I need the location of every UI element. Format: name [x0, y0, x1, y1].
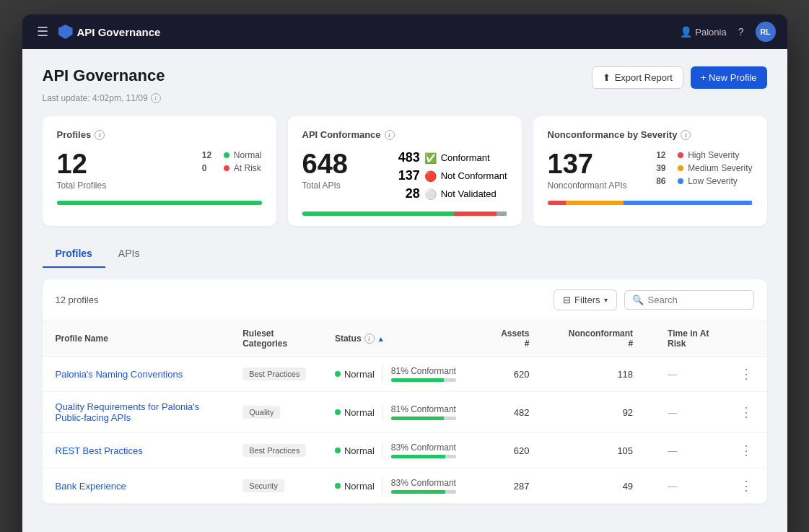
- col-nonconformant: Nonconformant #: [551, 321, 655, 357]
- header-actions: ⬆ Export Report + New Profile: [592, 66, 767, 89]
- atrisk-dot: [224, 165, 229, 171]
- low-severity-dot: [678, 178, 683, 184]
- severity-stats: 12 High Severity 39 Medium Severity 86: [656, 150, 752, 186]
- cell-time-at-risk: —: [655, 357, 727, 392]
- table-row: Palonia's Naming Conventions Best Practi…: [43, 357, 767, 392]
- tab-apis[interactable]: APIs: [105, 240, 153, 268]
- cell-time-at-risk: —: [655, 433, 727, 468]
- not-validated-count: 28: [393, 186, 420, 201]
- low-severity-label: Low Severity: [688, 176, 738, 186]
- conformance-total-label: Total APIs: [302, 180, 348, 191]
- cell-row-menu: ⋮: [727, 357, 766, 392]
- row-menu-button[interactable]: ⋮: [740, 479, 753, 493]
- profiles-atrisk-label: At Risk: [234, 163, 261, 173]
- cell-time-at-risk: —: [655, 392, 727, 433]
- page-title-group: API Governance: [43, 66, 165, 85]
- cell-category: Best Practices: [229, 433, 322, 468]
- sort-icon[interactable]: ▲: [377, 335, 385, 343]
- conformant-pct-label: 81% Conformant: [391, 404, 471, 414]
- cell-status: Normal 83% Conformant: [322, 433, 484, 468]
- export-report-button[interactable]: ⬆ Export Report: [592, 66, 683, 89]
- conf-bar-fill: [391, 417, 444, 420]
- cell-row-menu: ⋮: [727, 468, 766, 504]
- high-severity-dot: [678, 152, 683, 158]
- medium-severity-dot: [678, 165, 683, 171]
- conf-bar-remainder: [445, 490, 456, 494]
- filters-button[interactable]: ⊟ Filters ▾: [554, 289, 616, 310]
- row-menu-button[interactable]: ⋮: [740, 443, 753, 458]
- high-severity-count: 12: [656, 150, 673, 160]
- profiles-bar-green: [57, 201, 262, 205]
- search-input[interactable]: [648, 295, 746, 305]
- cell-assets: 287: [484, 468, 551, 504]
- conformant-row: 483 ✅ Conformant: [393, 150, 507, 165]
- status-dot: [335, 448, 341, 453]
- tab-profiles[interactable]: Profiles: [43, 240, 105, 268]
- search-icon: 🔍: [632, 295, 644, 305]
- cell-row-menu: ⋮: [727, 433, 766, 468]
- profiles-card: Profiles i 12 Total Profiles 12 Normal: [43, 116, 276, 226]
- col-assets: Assets #: [484, 321, 551, 357]
- row-menu-button[interactable]: ⋮: [740, 367, 753, 381]
- new-profile-label: + New Profile: [701, 72, 757, 83]
- col-time-at-risk: Time in At Risk: [655, 321, 727, 357]
- profile-link[interactable]: REST Best Practices: [56, 445, 143, 456]
- not-conformant-count: 137: [393, 168, 420, 183]
- api-conformance-card: API Conformance i 648 Total APIs 483 ✅ C…: [288, 116, 522, 226]
- cell-category: Quality: [229, 392, 322, 433]
- conformance-progress-bar: [302, 212, 507, 216]
- status-indicator: Normal: [335, 407, 375, 418]
- profiles-card-title: Profiles: [57, 129, 92, 140]
- profiles-main: 12 Total Profiles: [57, 150, 107, 191]
- category-badge: Best Practices: [242, 444, 306, 457]
- status-text: Normal: [344, 445, 375, 456]
- chevron-down-icon: ▾: [604, 296, 608, 304]
- profile-link[interactable]: Palonia's Naming Conventions: [56, 369, 183, 380]
- status-dot: [335, 371, 341, 377]
- conformant-cell: 83% Conformant: [391, 442, 471, 458]
- not-conformant-label: Not Conformant: [441, 170, 507, 181]
- conf-bar-remainder: [445, 455, 456, 458]
- row-menu-button[interactable]: ⋮: [740, 405, 753, 419]
- status-indicator: Normal: [335, 445, 375, 456]
- profile-link[interactable]: Quality Requirements for Palonia's Publi…: [56, 401, 200, 423]
- hamburger-menu[interactable]: ☰: [34, 21, 51, 43]
- conformance-stats: 483 ✅ Conformant 137 🔴 Not Conformant 28…: [393, 150, 507, 201]
- user-info: 👤 Palonia: [680, 26, 726, 38]
- help-button[interactable]: ?: [738, 26, 744, 38]
- status-dot: [335, 483, 341, 489]
- nav-right: 👤 Palonia ? RL: [680, 22, 775, 42]
- export-label: Export Report: [615, 72, 673, 83]
- cell-profile-name: Quality Requirements for Palonia's Publi…: [43, 392, 230, 433]
- cell-nonconformant: 118: [551, 357, 655, 392]
- profiles-table-card: 12 profiles ⊟ Filters ▾ 🔍: [43, 279, 767, 504]
- high-severity-label: High Severity: [688, 150, 739, 160]
- last-update-text: Last update: 4:02pm, 11/09: [43, 93, 148, 103]
- conformant-bar: [391, 378, 456, 382]
- category-badge: Quality: [242, 406, 280, 419]
- new-profile-button[interactable]: + New Profile: [691, 66, 767, 89]
- high-severity-row: 12 High Severity: [656, 150, 752, 160]
- summary-cards: Profiles i 12 Total Profiles 12 Normal: [43, 116, 767, 226]
- profile-link[interactable]: Bank Experience: [56, 481, 126, 492]
- profiles-normal-count: 12: [202, 150, 219, 160]
- info-icon: i: [151, 93, 161, 103]
- severity-total-number: 137: [548, 150, 627, 178]
- conf-bar-green: [302, 212, 454, 216]
- main-tabs: Profiles APIs: [43, 240, 767, 268]
- table-row: REST Best Practices Best Practices Norma…: [43, 433, 767, 468]
- cell-category: Best Practices: [229, 357, 322, 392]
- profiles-table: Profile Name Ruleset Categories Status i…: [43, 321, 767, 504]
- conformant-cell: 83% Conformant: [391, 478, 471, 494]
- avatar: RL: [756, 22, 776, 42]
- not-conformant-icon: 🔴: [424, 170, 437, 182]
- category-badge: Best Practices: [242, 367, 306, 380]
- not-validated-label: Not Validated: [441, 188, 497, 199]
- cell-nonconformant: 105: [551, 433, 655, 468]
- cell-row-menu: ⋮: [727, 392, 766, 433]
- conformance-info-icon: i: [385, 130, 395, 140]
- status-text: Normal: [344, 481, 375, 492]
- last-update: Last update: 4:02pm, 11/09 i: [43, 93, 767, 103]
- conformant-label: Conformant: [441, 152, 490, 163]
- col-status: Status i ▲: [322, 321, 484, 357]
